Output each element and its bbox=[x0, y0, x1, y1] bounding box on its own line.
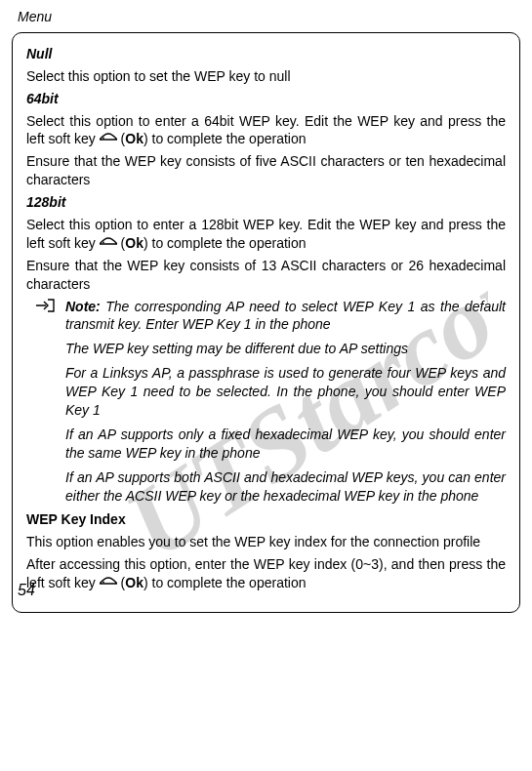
heading-128bit: 128bit bbox=[26, 193, 506, 212]
text-64bit-main: Select this option to enter a 64bit WEP … bbox=[26, 112, 506, 149]
ok-open: ( bbox=[117, 575, 126, 590]
note-para-3: For a Linksys AP, a passphrase is used t… bbox=[65, 364, 506, 420]
note-hand-icon bbox=[34, 296, 56, 319]
soft-key-icon bbox=[100, 237, 117, 251]
text-wep-index-2: After accessing this option, enter the W… bbox=[26, 555, 506, 592]
text-64bit-ensure: Ensure that the WEP key consists of five… bbox=[26, 152, 506, 189]
ok-label: Ok bbox=[125, 235, 143, 251]
ok-label: Ok bbox=[125, 131, 143, 146]
note-para-1: Note: The corresponding AP need to selec… bbox=[65, 298, 506, 335]
ok-open: ( bbox=[117, 131, 126, 146]
text-64bit-post: ) to complete the operation bbox=[143, 131, 307, 146]
text-wep-index-1: This option enables you to set the WEP k… bbox=[26, 533, 506, 551]
note-para-2: The WEP key setting may be different due… bbox=[65, 340, 506, 358]
text-128bit-post: ) to complete the operation bbox=[143, 235, 307, 251]
note-label: Note: bbox=[65, 299, 101, 314]
text-wep-index-2-post: ) to complete the operation bbox=[143, 575, 307, 590]
document-page: Menu Null Select this option to set the … bbox=[0, 0, 532, 613]
heading-64bit: 64bit bbox=[26, 90, 506, 108]
svg-point-2 bbox=[102, 241, 104, 243]
soft-key-icon bbox=[100, 577, 117, 590]
ok-label: Ok bbox=[125, 575, 143, 590]
text-null: Select this option to set the WEP key to… bbox=[26, 67, 506, 86]
svg-point-1 bbox=[102, 138, 104, 140]
page-number: 54 bbox=[18, 580, 35, 601]
note-para-4: If an AP supports only a fixed hexadecim… bbox=[65, 426, 506, 463]
soft-key-icon bbox=[100, 133, 117, 146]
text-128bit-ensure: Ensure that the WEP key consists of 13 A… bbox=[26, 257, 506, 294]
note-para-5: If an AP supports both ASCII and hexadec… bbox=[65, 468, 506, 506]
ok-open: ( bbox=[117, 235, 126, 251]
note-1-rest: The corresponding AP need to select WEP … bbox=[65, 299, 506, 333]
heading-wep-index: WEP Key Index bbox=[26, 510, 506, 529]
text-128bit-main: Select this option to enter a 128bit WEP… bbox=[26, 216, 506, 253]
content-frame: Null Select this option to set the WEP k… bbox=[12, 32, 520, 613]
running-header: Menu bbox=[0, 0, 532, 32]
svg-point-3 bbox=[102, 582, 104, 584]
heading-null: Null bbox=[26, 45, 506, 63]
